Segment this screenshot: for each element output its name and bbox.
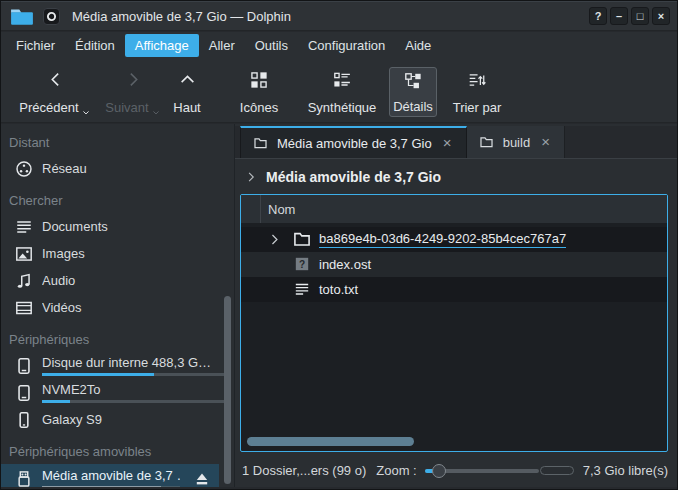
dolphin-folder-icon xyxy=(10,6,34,26)
sidebar-section-header: Périphériques xyxy=(1,321,234,352)
tab-label: build xyxy=(503,135,530,150)
view-details-button[interactable]: Détails xyxy=(389,67,437,117)
view-icons-button[interactable]: Icônes xyxy=(223,67,295,117)
close-button[interactable]: × xyxy=(652,7,670,25)
sidebar-item-label: Vidéos xyxy=(42,300,226,315)
tab-close-icon[interactable]: × xyxy=(441,137,454,150)
view-compact-icon xyxy=(333,71,351,89)
window-controls: ?–□× xyxy=(589,7,670,25)
file-row[interactable]: ? index.ost xyxy=(241,252,667,277)
sidebar-section-header: Périphériques amovibles xyxy=(1,433,234,464)
media-badge-icon[interactable] xyxy=(43,8,60,25)
column-header-name[interactable]: Nom xyxy=(261,202,295,217)
sidebar-item[interactable]: Images xyxy=(1,240,234,267)
tab-close-icon[interactable]: × xyxy=(539,136,552,149)
eject-icon[interactable] xyxy=(193,471,211,487)
maximize-button[interactable]: □ xyxy=(631,7,649,25)
chevron-left-icon xyxy=(47,71,64,88)
places-panel: Distant Réseau Chercher Documents Images… xyxy=(1,124,235,487)
file-name: toto.txt xyxy=(319,282,358,297)
view-compact-button[interactable]: Synthétique xyxy=(297,67,387,117)
view-details-icon xyxy=(404,72,422,90)
file-row[interactable]: ba869e4b-03d6-4249-9202-85b4cec767a7 xyxy=(241,227,667,252)
file-name: ba869e4b-03d6-4249-9202-85b4cec767a7 xyxy=(319,231,566,248)
titlebar: Média amovible de 3,7 Gio — Dolphin ?–□× xyxy=(1,1,677,31)
window-title: Média amovible de 3,7 Gio — Dolphin xyxy=(72,9,291,24)
text-file-icon xyxy=(293,280,311,298)
window-body: Distant Réseau Chercher Documents Images… xyxy=(1,124,677,487)
up-label: Haut xyxy=(173,100,200,115)
expander-column xyxy=(241,195,261,223)
tabbar: Média amovible de 3,7 Gio × build × xyxy=(235,126,677,159)
free-space-label: 7,3 Gio libre(s) xyxy=(583,463,668,478)
statusbar: 1 Dossier,...ers (99 o) Zoom : 7,3 Gio l… xyxy=(235,454,677,487)
sidebar-item[interactable]: Documents xyxy=(1,213,234,240)
sidebar-item-label: Disque dur interne 488,3 G… xyxy=(42,355,226,370)
menu-item-édition[interactable]: Édition xyxy=(65,34,125,57)
sidebar-item-label: Galaxy S9 xyxy=(42,412,226,427)
menu-item-fichier[interactable]: Fichier xyxy=(6,34,65,57)
up-button[interactable]: Haut xyxy=(165,67,209,117)
tab[interactable]: Média amovible de 3,7 Gio × xyxy=(240,126,467,158)
view-details-label: Détails xyxy=(393,99,433,114)
document-lines-icon xyxy=(15,218,33,236)
help-button[interactable]: ? xyxy=(589,7,607,25)
view-compact-label: Synthétique xyxy=(308,100,377,115)
image-icon xyxy=(15,245,33,263)
file-view: Nom ba869e4b-03d6-4249-9202-85b4cec767a7… xyxy=(240,194,668,452)
forward-button[interactable]: Suivant xyxy=(101,67,165,117)
zoom-slider[interactable] xyxy=(425,463,539,479)
expander-icon[interactable] xyxy=(268,233,281,246)
menu-item-affichage[interactable]: Affichage xyxy=(125,34,199,57)
chevron-right-icon[interactable] xyxy=(245,171,257,183)
sidebar-scrollbar[interactable] xyxy=(224,296,231,484)
sidebar-item-label: Audio xyxy=(42,273,226,288)
smartphone-icon xyxy=(15,411,33,429)
sort-by-button[interactable]: Trier par xyxy=(449,67,505,117)
sidebar-item-label: Images xyxy=(42,246,226,261)
menu-item-configuration[interactable]: Configuration xyxy=(298,34,395,57)
sidebar-item-label: Média amovible de 3,7 … xyxy=(42,468,180,483)
menubar: FichierÉditionAffichageAllerOutilsConfig… xyxy=(1,32,677,59)
back-button[interactable]: Précédent xyxy=(9,67,101,117)
unknown-file-icon: ? xyxy=(293,255,311,273)
menu-item-aller[interactable]: Aller xyxy=(199,34,245,57)
toolbar: Précédent Suivant Haut Icônes Synthétiqu… xyxy=(1,59,677,123)
file-name: index.ost xyxy=(319,257,371,272)
view-icons-icon xyxy=(250,71,268,89)
usb-stick-icon xyxy=(15,470,33,488)
zoom-slider-knob[interactable] xyxy=(432,464,446,478)
device-usage-bar xyxy=(42,400,226,403)
places-list: Distant Réseau Chercher Documents Images… xyxy=(1,124,234,487)
music-note-icon xyxy=(15,272,33,290)
sidebar-item[interactable]: Vidéos xyxy=(1,294,234,321)
caret-down-icon xyxy=(81,108,91,118)
device-usage-bar xyxy=(42,373,226,376)
file-row[interactable]: toto.txt xyxy=(241,277,667,302)
hard-drive-icon xyxy=(15,384,33,402)
sidebar-item[interactable]: Réseau xyxy=(1,155,234,182)
caret-down-icon xyxy=(151,108,161,118)
free-space-bar xyxy=(540,466,574,475)
sidebar-item[interactable]: Média amovible de 3,7 … xyxy=(1,464,219,487)
tab-label: Média amovible de 3,7 Gio xyxy=(277,136,432,151)
sidebar-item[interactable]: Galaxy S9 xyxy=(1,406,234,433)
sort-icon xyxy=(468,71,486,89)
selection-summary: 1 Dossier,...ers (99 o) xyxy=(242,463,366,478)
menu-item-aide[interactable]: Aide xyxy=(395,34,441,57)
minimize-button[interactable]: – xyxy=(610,7,628,25)
horizontal-scrollbar[interactable] xyxy=(247,437,414,446)
sidebar-item[interactable]: Disque dur interne 488,3 G… xyxy=(1,352,234,379)
breadcrumb: Média amovible de 3,7 Gio xyxy=(235,160,677,193)
back-label: Précédent xyxy=(19,100,78,115)
chevron-up-icon xyxy=(179,71,196,88)
sidebar-item[interactable]: NVME2To xyxy=(1,379,234,406)
sidebar-item[interactable]: Audio xyxy=(1,267,234,294)
network-icon xyxy=(15,160,33,178)
sort-by-label: Trier par xyxy=(453,100,502,115)
tab[interactable]: build × xyxy=(467,126,565,158)
forward-label: Suivant xyxy=(105,100,148,115)
zoom-label: Zoom : xyxy=(376,463,416,478)
breadcrumb-segment[interactable]: Média amovible de 3,7 Gio xyxy=(266,169,441,185)
menu-item-outils[interactable]: Outils xyxy=(245,34,298,57)
